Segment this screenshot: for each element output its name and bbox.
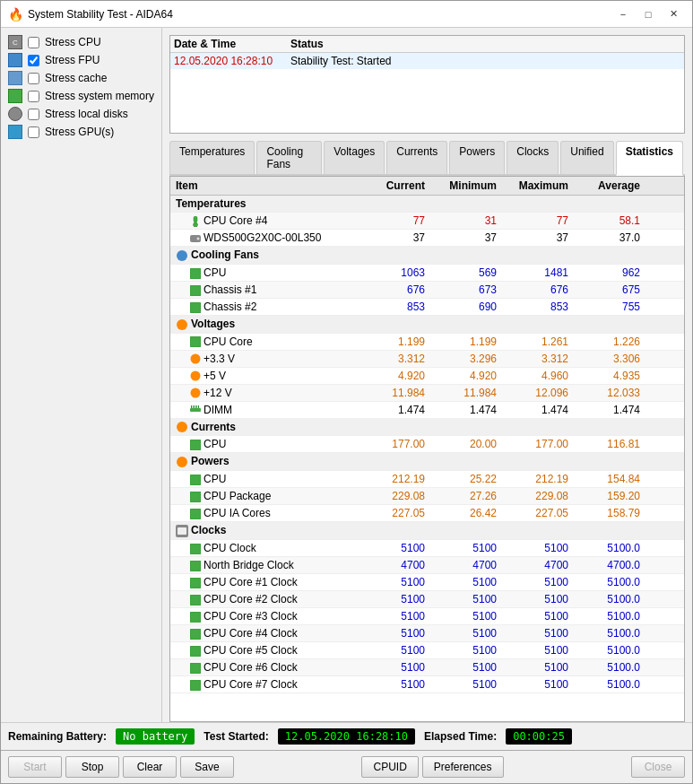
cell-max: 227.05: [502, 505, 574, 522]
cache-icon: [8, 71, 22, 85]
cell-current: 5100: [359, 591, 430, 608]
cell-max: 12.096: [502, 384, 574, 401]
cell-extra: [645, 608, 684, 625]
tab-statistics[interactable]: Statistics: [616, 141, 683, 176]
cell-min: 26.42: [430, 505, 502, 522]
cell-avg: 5100.0: [574, 676, 645, 693]
gpu-icon: [8, 125, 22, 139]
cell-extra: [645, 591, 684, 608]
stress-cpu-label: Stress CPU: [45, 36, 101, 48]
preferences-button[interactable]: Preferences: [422, 756, 504, 778]
cell-min: 4.920: [430, 367, 502, 384]
save-button[interactable]: Save: [180, 756, 234, 778]
maximize-button[interactable]: □: [637, 5, 660, 23]
cell-avg: 5100.0: [574, 608, 645, 625]
cell-min: 673: [430, 281, 502, 298]
cell-avg: 5100.0: [574, 540, 645, 557]
cell-max: 5100: [502, 608, 574, 625]
svg-point-19: [177, 422, 187, 432]
cell-current: 5100: [359, 659, 430, 676]
start-button[interactable]: Start: [8, 756, 62, 778]
cell-avg: 37.0: [574, 230, 645, 247]
cell-avg: 3.306: [574, 350, 645, 367]
cell-current: 4.920: [359, 367, 430, 384]
cell-min: 5100: [430, 574, 502, 591]
col-extra: [645, 177, 684, 196]
section-header-powers: Powers: [170, 453, 684, 471]
right-panel: Date & Time Status 12.05.2020 16:28:10 S…: [162, 28, 692, 722]
cell-extra: [645, 557, 684, 574]
cell-max: 37: [502, 230, 574, 247]
cell-current: 5100: [359, 642, 430, 659]
bottom-info-bar: Remaining Battery: No battery Test Start…: [1, 722, 692, 750]
cell-extra: [645, 471, 684, 488]
svg-rect-28: [190, 561, 201, 571]
cell-item: CPU Core #2 Clock: [170, 591, 359, 608]
svg-rect-35: [190, 680, 201, 691]
stress-disk-checkbox[interactable]: [28, 109, 39, 120]
cell-avg: 158.79: [574, 505, 645, 522]
main-window: 🔥 System Stability Test - AIDA64 − □ ✕ C…: [0, 0, 693, 784]
log-area: Date & Time Status 12.05.2020 16:28:10 S…: [169, 35, 685, 134]
stress-cpu-checkbox[interactable]: [28, 37, 39, 48]
tab-powers[interactable]: Powers: [449, 141, 505, 174]
minimize-button[interactable]: −: [611, 5, 635, 23]
cell-min: 5100: [430, 540, 502, 557]
cell-current: 177.00: [359, 436, 430, 453]
close-button[interactable]: ✕: [662, 5, 685, 23]
cell-min: 5100: [430, 591, 502, 608]
tab-currents[interactable]: Currents: [386, 141, 447, 174]
tab-temperatures[interactable]: Temperatures: [169, 141, 255, 174]
cell-extra: [645, 350, 684, 367]
stress-cache-label: Stress cache: [45, 72, 107, 84]
stress-fpu-checkbox[interactable]: [28, 55, 39, 66]
stress-cache-checkbox[interactable]: [28, 73, 39, 84]
table-row: CPU Core1.1991.1991.2611.226: [170, 333, 684, 350]
cell-min: 5100: [430, 642, 502, 659]
cell-max: 4700: [502, 557, 574, 574]
stress-cpu-row: C Stress CPU: [8, 35, 154, 49]
table-row: CPU Core #2 Clock5100510051005100.0: [170, 591, 684, 608]
cell-current: 11.984: [359, 384, 430, 401]
cell-current: 676: [359, 281, 430, 298]
cell-max: 229.08: [502, 488, 574, 505]
statistics-table-container: Item Current Minimum Maximum Average Tem…: [169, 176, 685, 722]
svg-rect-34: [190, 663, 201, 674]
svg-rect-29: [190, 578, 201, 588]
svg-rect-16: [195, 405, 195, 408]
close-window-button[interactable]: Close: [631, 756, 685, 778]
log-row-date-0: 12.05.2020 16:28:10: [174, 55, 290, 67]
cpuid-button[interactable]: CPUID: [361, 756, 418, 778]
clear-button[interactable]: Clear: [123, 756, 177, 778]
svg-rect-24: [190, 509, 201, 519]
svg-point-3: [197, 237, 200, 240]
titlebar: 🔥 System Stability Test - AIDA64 − □ ✕: [1, 1, 692, 28]
cell-item: Chassis #2: [170, 298, 359, 315]
cell-item: North Bridge Clock: [170, 557, 359, 574]
stress-gpu-row: Stress GPU(s): [8, 125, 154, 139]
cell-item: CPU Core #5 Clock: [170, 642, 359, 659]
table-row: CPU10635691481962: [170, 264, 684, 281]
stress-disk-row: Stress local disks: [8, 107, 154, 121]
cell-item: CPU IA Cores: [170, 505, 359, 522]
cell-current: 1.474: [359, 401, 430, 418]
stop-button[interactable]: Stop: [65, 756, 119, 778]
stress-gpu-checkbox[interactable]: [28, 126, 39, 138]
cell-current: 77: [359, 213, 430, 230]
cell-current: 1.199: [359, 333, 430, 350]
cell-current: 229.08: [359, 488, 430, 505]
svg-rect-20: [190, 440, 201, 450]
svg-rect-0: [194, 216, 197, 222]
stress-mem-checkbox[interactable]: [28, 91, 39, 102]
tab-cooling-fans[interactable]: Cooling Fans: [256, 141, 322, 174]
table-row: CPU Core #1 Clock5100510051005100.0: [170, 574, 684, 591]
tab-unified[interactable]: Unified: [560, 141, 613, 174]
cell-extra: [645, 367, 684, 384]
cell-item: CPU Clock: [170, 540, 359, 557]
tab-voltages[interactable]: Voltages: [324, 141, 385, 174]
cell-avg: 1.474: [574, 401, 645, 418]
tab-clocks[interactable]: Clocks: [507, 141, 559, 174]
svg-rect-23: [190, 492, 201, 502]
fpu-icon: [8, 53, 22, 67]
table-scroll[interactable]: Item Current Minimum Maximum Average Tem…: [170, 177, 684, 721]
